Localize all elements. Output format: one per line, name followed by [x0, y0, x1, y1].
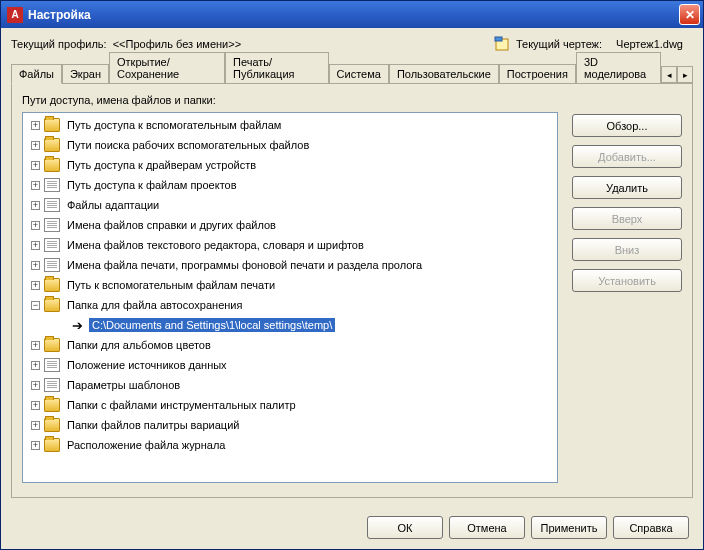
tree-node[interactable]: +Имена файлов справки и других файлов: [25, 215, 555, 235]
tree-node[interactable]: +Папки для альбомов цветов: [25, 335, 555, 355]
tree-node[interactable]: +Папки с файлами инструментальных палитр: [25, 395, 555, 415]
tab-print[interactable]: Печать/Публикация: [225, 52, 329, 83]
expand-icon[interactable]: +: [31, 161, 40, 170]
close-button[interactable]: ✕: [679, 4, 700, 25]
tree-node[interactable]: +Имена файла печати, программы фоновой п…: [25, 255, 555, 275]
document-icon: [44, 198, 60, 212]
up-button[interactable]: Вверх: [572, 207, 682, 230]
tree-child-node[interactable]: ➔C:\Documents and Settings\1\local setti…: [25, 315, 555, 335]
tab-screen[interactable]: Экран: [62, 64, 109, 83]
tree-node-label: Имена файлов справки и других файлов: [64, 218, 279, 232]
app-icon: A: [7, 7, 23, 23]
tree-node[interactable]: +Путь к вспомогательным файлам печати: [25, 275, 555, 295]
browse-button[interactable]: Обзор...: [572, 114, 682, 137]
tree-heading: Пути доступа, имена файлов и папки:: [22, 94, 558, 106]
profile-value: <<Профиль без имени>>: [113, 38, 241, 50]
expand-icon[interactable]: +: [31, 441, 40, 450]
tree-node[interactable]: +Положение источников данных: [25, 355, 555, 375]
tree-node[interactable]: +Путь доступа к файлам проектов: [25, 175, 555, 195]
expand-icon[interactable]: +: [31, 141, 40, 150]
tree-node-label: Папки файлов палитры вариаций: [64, 418, 242, 432]
document-icon: [44, 258, 60, 272]
tab-scroll-left[interactable]: ◂: [661, 66, 677, 83]
tree-node-label: Путь к вспомогательным файлам печати: [64, 278, 278, 292]
tree-node-label: Файлы адаптации: [64, 198, 162, 212]
expand-icon[interactable]: +: [31, 201, 40, 210]
folder-icon: [44, 158, 60, 172]
drawing-label: Текущий чертеж:: [516, 38, 602, 50]
tree-node[interactable]: +Пути поиска рабочих вспомогательных фай…: [25, 135, 555, 155]
tab-open-save[interactable]: Открытие/Сохранение: [109, 52, 225, 83]
expand-icon[interactable]: +: [31, 341, 40, 350]
down-button[interactable]: Вниз: [572, 238, 682, 261]
tab-content: Пути доступа, имена файлов и папки: +Пут…: [11, 84, 693, 498]
tab-drafting[interactable]: Построения: [499, 64, 576, 83]
expand-icon[interactable]: +: [31, 361, 40, 370]
tree-node-label: Путь доступа к драйверам устройств: [64, 158, 259, 172]
expand-icon[interactable]: +: [31, 221, 40, 230]
folder-icon: [44, 298, 60, 312]
delete-button[interactable]: Удалить: [572, 176, 682, 199]
add-button[interactable]: Добавить...: [572, 145, 682, 168]
tree-node[interactable]: −Папка для файла автосохранения: [25, 295, 555, 315]
tree-node-label: Папка для файла автосохранения: [64, 298, 245, 312]
expand-icon[interactable]: +: [31, 241, 40, 250]
window-title: Настройка: [28, 8, 679, 22]
tree-node[interactable]: +Папки файлов палитры вариаций: [25, 415, 555, 435]
tree-node-label: Положение источников данных: [64, 358, 230, 372]
document-icon: [44, 358, 60, 372]
document-icon: [44, 218, 60, 232]
set-current-button[interactable]: Установить: [572, 269, 682, 292]
folder-icon: [44, 338, 60, 352]
tab-scroll-right[interactable]: ▸: [677, 66, 693, 83]
dialog-body: Текущий профиль: <<Профиль без имени>> Т…: [0, 28, 704, 550]
tab-system[interactable]: Система: [329, 64, 389, 83]
document-icon: [44, 378, 60, 392]
cancel-button[interactable]: Отмена: [449, 516, 525, 539]
expand-icon[interactable]: +: [31, 381, 40, 390]
folder-icon: [44, 418, 60, 432]
expand-icon[interactable]: +: [31, 181, 40, 190]
expand-icon[interactable]: +: [31, 121, 40, 130]
tab-3d[interactable]: 3D моделирова: [576, 52, 661, 83]
tree-view[interactable]: +Путь доступа к вспомогательным файлам+П…: [22, 112, 558, 483]
tree-child-label: C:\Documents and Settings\1\local settin…: [89, 318, 335, 332]
tree-node[interactable]: +Файлы адаптации: [25, 195, 555, 215]
tree-node-label: Расположение файла журнала: [64, 438, 228, 452]
drawing-value: Чертеж1.dwg: [616, 38, 683, 50]
side-button-panel: Обзор... Добавить... Удалить Вверх Вниз …: [572, 94, 682, 483]
tree-node[interactable]: +Имена файлов текстового редактора, слов…: [25, 235, 555, 255]
folder-icon: [44, 278, 60, 292]
tree-node-label: Имена файла печати, программы фоновой пе…: [64, 258, 425, 272]
folder-icon: [44, 138, 60, 152]
tree-node[interactable]: +Путь доступа к драйверам устройств: [25, 155, 555, 175]
document-icon: [44, 178, 60, 192]
folder-icon: [44, 398, 60, 412]
profile-label: Текущий профиль:: [11, 38, 107, 50]
expand-icon[interactable]: +: [31, 421, 40, 430]
tree-node[interactable]: +Параметры шаблонов: [25, 375, 555, 395]
tree-node-label: Путь доступа к вспомогательным файлам: [64, 118, 284, 132]
expand-icon[interactable]: +: [31, 261, 40, 270]
tree-node[interactable]: +Путь доступа к вспомогательным файлам: [25, 115, 555, 135]
document-icon: [44, 238, 60, 252]
help-button[interactable]: Справка: [613, 516, 689, 539]
tree-node-label: Параметры шаблонов: [64, 378, 183, 392]
tree-node-label: Путь доступа к файлам проектов: [64, 178, 240, 192]
tree-node[interactable]: +Расположение файла журнала: [25, 435, 555, 455]
tree-node-label: Папки для альбомов цветов: [64, 338, 214, 352]
expand-icon[interactable]: +: [31, 401, 40, 410]
ok-button[interactable]: ОК: [367, 516, 443, 539]
tab-files[interactable]: Файлы: [11, 64, 62, 84]
tree-node-label: Папки с файлами инструментальных палитр: [64, 398, 299, 412]
drawing-icon: [494, 36, 510, 52]
tab-user[interactable]: Пользовательские: [389, 64, 499, 83]
expand-icon[interactable]: +: [31, 281, 40, 290]
folder-icon: [44, 118, 60, 132]
profile-row: Текущий профиль: <<Профиль без имени>> Т…: [11, 36, 693, 52]
folder-icon: [44, 438, 60, 452]
apply-button[interactable]: Применить: [531, 516, 607, 539]
tree-node-label: Пути поиска рабочих вспомогательных файл…: [64, 138, 312, 152]
tree-node-label: Имена файлов текстового редактора, слова…: [64, 238, 367, 252]
collapse-icon[interactable]: −: [31, 301, 40, 310]
